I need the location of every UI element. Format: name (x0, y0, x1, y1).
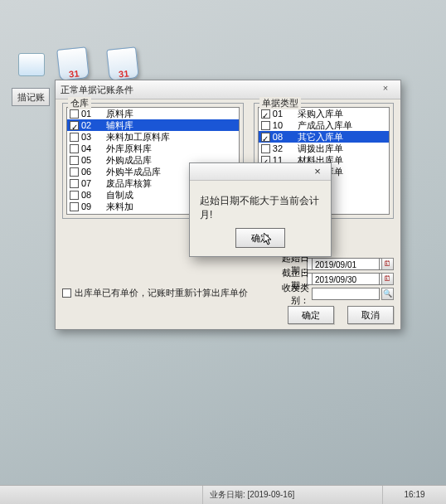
checkbox-icon[interactable] (261, 144, 270, 153)
calendar-picker-icon[interactable]: 🗓 (381, 273, 394, 285)
list-item[interactable]: 01原料库 (67, 108, 239, 119)
item-code: 08 (81, 190, 106, 200)
item-code: 01 (81, 109, 106, 119)
calendar-picker-icon[interactable]: 🗓 (381, 258, 394, 270)
item-code: 08 (273, 132, 298, 142)
desktop-folder-icon[interactable] (18, 53, 45, 76)
start-date-input[interactable]: 2019/09/01 (312, 258, 380, 270)
desktop-background: 31 31 描记账 正常单据记账条件 × 仓库 01原料库02辅料库03来料加工… (0, 0, 446, 504)
item-name: 外购成品库 (106, 154, 152, 167)
checkbox-icon[interactable] (70, 109, 79, 119)
error-message-box: × 起始日期不能大于当前会计月! 确定 (189, 162, 332, 257)
checkbox-icon[interactable] (70, 144, 79, 153)
item-code: 06 (81, 167, 106, 177)
item-name: 调拨出库单 (298, 143, 343, 155)
item-code: 09 (81, 201, 106, 211)
list-item[interactable]: 32调拨出库单 (259, 143, 389, 154)
item-name: 来料加 (106, 201, 133, 213)
item-code: 10 (273, 120, 298, 130)
lookup-icon[interactable]: 🔍 (381, 288, 394, 300)
dialog-title: 正常单据记账条件 (61, 84, 133, 96)
item-name: 外库原料库 (106, 143, 152, 155)
recalc-option[interactable]: 出库单已有单价，记账时重新计算出库单价 (62, 287, 248, 299)
item-name: 自制成 (106, 189, 133, 201)
checkbox-icon[interactable] (70, 156, 79, 165)
checkbox-icon[interactable] (261, 121, 270, 130)
status-bar: 业务日期: [2019-09-16] 16:19 (0, 485, 446, 504)
checkbox-icon[interactable] (261, 133, 270, 142)
item-code: 04 (81, 143, 106, 153)
date-fields: 起始日期： 2019/09/01 🗓 截止日期： 2019/09/30 🗓 收发… (245, 256, 394, 301)
warehouse-group-label: 仓库 (68, 97, 91, 109)
recalc-checkbox[interactable] (62, 288, 71, 298)
recv-type-label: 收发类别： (264, 282, 312, 307)
end-date-input[interactable]: 2019/09/30 (312, 273, 380, 285)
item-code: 02 (81, 120, 106, 130)
msgbox-text: 起始日期不能大于当前会计月! (190, 181, 331, 230)
checkbox-icon[interactable] (70, 121, 79, 130)
item-name: 辅料库 (106, 119, 133, 132)
list-item[interactable]: 02辅料库 (67, 119, 239, 131)
close-icon[interactable]: × (376, 83, 395, 96)
item-name: 其它入库单 (298, 131, 343, 143)
status-biz-date: 业务日期: [2019-09-16] (202, 486, 382, 504)
checkbox-icon[interactable] (70, 167, 79, 177)
item-code: 01 (273, 109, 298, 119)
item-name: 原料库 (106, 108, 133, 120)
checkbox-icon[interactable] (70, 191, 79, 200)
calendar-icon[interactable]: 31 (106, 46, 139, 81)
item-name: 采购入库单 (298, 108, 343, 120)
dialog-action-buttons: 确定 取消 (288, 306, 394, 324)
item-name: 来料加工原料库 (106, 131, 170, 143)
item-code: 03 (81, 132, 106, 142)
status-time: 16:19 (382, 486, 446, 504)
dialog-titlebar[interactable]: 正常单据记账条件 × (56, 80, 400, 99)
item-code: 07 (81, 178, 106, 188)
close-icon[interactable]: × (308, 165, 327, 178)
checkbox-icon[interactable] (261, 109, 270, 119)
checkbox-icon[interactable] (70, 179, 79, 188)
item-code: 05 (81, 155, 106, 165)
voucher-type-group-label: 单据类型 (259, 97, 301, 109)
item-name: 外购半成品库 (106, 166, 161, 178)
list-item[interactable]: 08其它入库单 (259, 131, 389, 143)
list-item[interactable]: 01采购入库单 (259, 108, 389, 119)
calendar-icon[interactable]: 31 (56, 46, 90, 81)
list-item[interactable]: 10产成品入库单 (259, 119, 389, 131)
list-item[interactable]: 04外库原料库 (67, 143, 239, 154)
cancel-button[interactable]: 取消 (347, 306, 394, 324)
item-name: 废品库核算 (106, 177, 152, 190)
item-name: 产成品入库单 (298, 119, 352, 132)
checkbox-icon[interactable] (70, 133, 79, 142)
recalc-label: 出库单已有单价，记账时重新计算出库单价 (75, 287, 248, 299)
msgbox-titlebar[interactable]: × (190, 163, 331, 181)
msgbox-ok-button[interactable]: 确定 (235, 228, 285, 248)
list-item[interactable]: 03来料加工原料库 (67, 131, 239, 143)
sidebar-ledger-button[interactable]: 描记账 (12, 88, 50, 106)
recv-type-input[interactable] (312, 288, 380, 300)
item-code: 32 (273, 143, 298, 153)
desktop-icon-row: 31 31 (58, 48, 138, 80)
checkbox-icon[interactable] (70, 202, 79, 211)
ok-button[interactable]: 确定 (288, 306, 334, 324)
